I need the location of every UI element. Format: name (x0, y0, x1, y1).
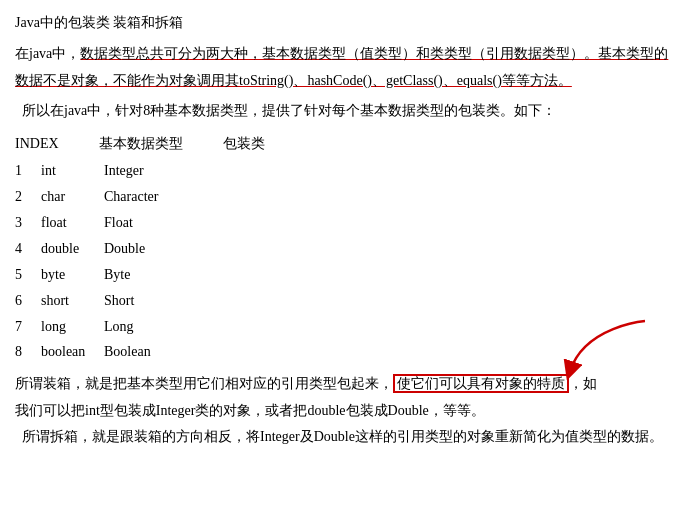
col-wrapper-header: 包装类 (223, 131, 303, 156)
table-row: 6 short Short (15, 288, 670, 314)
row-primitive: boolean (41, 339, 96, 365)
boxing-text-before: 所谓装箱，就是把基本类型用它们相对应的引用类型包起来， (15, 376, 393, 391)
row-primitive: double (41, 236, 96, 262)
row-wrapper: Boolean (104, 339, 184, 365)
row-primitive: float (41, 210, 96, 236)
row-wrapper: Character (104, 184, 184, 210)
indent-space2 (15, 429, 22, 444)
row-index: 8 (15, 339, 33, 365)
row-index: 1 (15, 158, 33, 184)
table-header-row: INDEX 基本数据类型 包装类 (15, 131, 670, 156)
table-row: 5 byte Byte (15, 262, 670, 288)
table-row: 1 int Integer (15, 158, 670, 184)
row-index: 5 (15, 262, 33, 288)
intro-para2-text: 所以在java中，针对8种基本数据类型，提供了针对每个基本数据类型的包装类。如下… (22, 103, 556, 118)
table-row: 3 float Float (15, 210, 670, 236)
indent-space (15, 103, 22, 118)
row-primitive: short (41, 288, 96, 314)
row-index: 4 (15, 236, 33, 262)
intro-paragraph-2: 所以在java中，针对8种基本数据类型，提供了针对每个基本数据类型的包装类。如下… (15, 98, 670, 125)
row-index: 3 (15, 210, 33, 236)
row-primitive: long (41, 314, 96, 340)
row-index: 6 (15, 288, 33, 314)
boxing-paragraph: 所谓装箱，就是把基本类型用它们相对应的引用类型包起来，使它们可以具有对象的特质，… (15, 371, 670, 424)
row-wrapper: Double (104, 236, 184, 262)
row-wrapper: Byte (104, 262, 184, 288)
row-wrapper: Long (104, 314, 184, 340)
row-wrapper: Short (104, 288, 184, 314)
page-content: Java中的包装类 装箱和拆箱 在java中，数据类型总共可分为两大种，基本数据… (15, 10, 670, 451)
row-primitive: char (41, 184, 96, 210)
boxing-highlighted-text: 使它们可以具有对象的特质 (393, 374, 569, 393)
underlined-segment-1: 数据类型总共可分为两大种，基本数据类型（值类型）和类类型（引用数据类型）。基本类… (15, 46, 668, 88)
col-primitive-header: 基本数据类型 (99, 131, 183, 156)
row-wrapper: Integer (104, 158, 184, 184)
table-row: 4 double Double (15, 236, 670, 262)
row-wrapper: Float (104, 210, 184, 236)
col-index-header: INDEX (15, 131, 59, 156)
page-title: Java中的包装类 装箱和拆箱 (15, 10, 670, 35)
row-index: 2 (15, 184, 33, 210)
boxing-text-continuation: 我们可以把int型包装成Integer类的对象，或者把double包装成Doub… (15, 403, 485, 418)
title-text: Java中的包装类 装箱和拆箱 (15, 15, 183, 30)
red-arrow-icon (555, 316, 665, 386)
unboxing-paragraph: 所谓拆箱，就是跟装箱的方向相反，将Integer及Double这样的引用类型的对… (15, 424, 670, 451)
intro-paragraph-1: 在java中，数据类型总共可分为两大种，基本数据类型（值类型）和类类型（引用数据… (15, 41, 670, 94)
row-primitive: byte (41, 262, 96, 288)
row-index: 7 (15, 314, 33, 340)
row-primitive: int (41, 158, 96, 184)
table-row: 2 char Character (15, 184, 670, 210)
unboxing-text: 所谓拆箱，就是跟装箱的方向相反，将Integer及Double这样的引用类型的对… (22, 429, 663, 444)
